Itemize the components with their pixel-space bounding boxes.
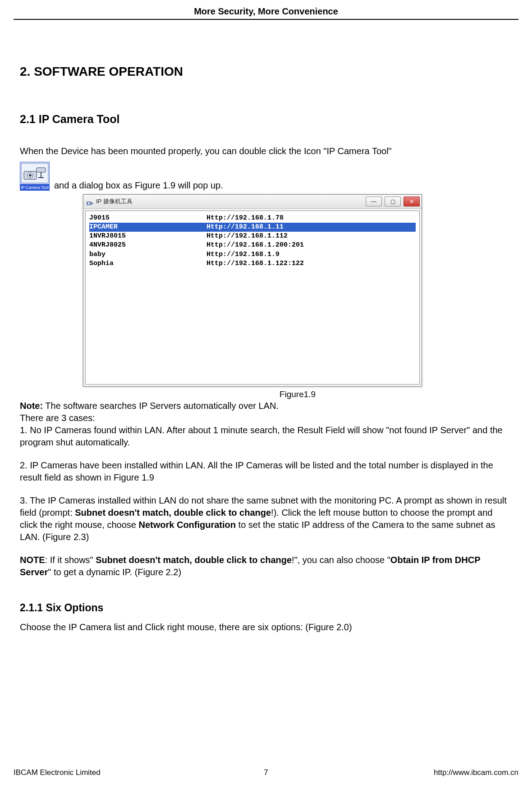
content-area: 2. SOFTWARE OPERATION 2.1 IP Camera Tool… xyxy=(20,63,512,633)
camera-url: Http://192.168.1.200:201 xyxy=(206,241,304,250)
figure-1-9: IP 摄像机工具 — ▢ ✕ J9015Http://192.168.1.78I… xyxy=(83,194,512,400)
note-line: Note: The software searches IP Servers a… xyxy=(20,400,512,412)
note2-label: NOTE xyxy=(20,555,45,565)
case-3-bold-2: Network Configuration xyxy=(138,520,236,530)
camera-name: IPCAMER xyxy=(89,223,206,232)
note2-a: : If it shows" xyxy=(45,555,96,565)
note-text: The software searches IP Servers automat… xyxy=(43,401,279,411)
camera-list-row[interactable]: babyHttp://192.168.1.9 xyxy=(89,250,416,259)
camera-name: J9015 xyxy=(89,214,206,223)
window-list[interactable]: J9015Http://192.168.1.78IPCAMERHttp://19… xyxy=(85,211,420,385)
svg-rect-9 xyxy=(91,202,93,204)
camera-name: 1NVRJ8015 xyxy=(89,232,206,241)
page-header-title: More Security, More Convenience xyxy=(0,5,532,18)
six-options-heading: 2.1.1 Six Options xyxy=(20,601,512,615)
note2-bold-1: Subnet doesn't match, double click to ch… xyxy=(96,555,292,565)
camera-list-row[interactable]: J9015Http://192.168.1.78 xyxy=(89,214,416,223)
intro-line-1: When the Device has been mounted properl… xyxy=(20,145,512,157)
window-close-button[interactable]: ✕ xyxy=(404,197,420,206)
window-title: IP 摄像机工具 xyxy=(96,197,133,206)
camera-url: Http://192.168.1.9 xyxy=(206,250,280,259)
desktop-icon-label: IP Camera Tool xyxy=(20,184,50,191)
svg-rect-4 xyxy=(37,168,46,172)
case-3-bold-1: Subnet doesn't match, double click to ch… xyxy=(75,508,271,518)
app-icon xyxy=(86,198,93,205)
svg-point-3 xyxy=(29,174,32,177)
camera-name: baby xyxy=(89,250,206,259)
camera-name: 4NVRJ8025 xyxy=(89,241,206,250)
camera-list-row[interactable]: SophiaHttp://192.168.1.122:122 xyxy=(89,259,416,268)
note2-b: !", you can also choose " xyxy=(292,555,390,565)
page-footer: IBCAM Electronic Limited 7 http://www.ib… xyxy=(14,768,518,778)
icon-and-text-row: IP Camera Tool and a dialog box as Figur… xyxy=(20,162,512,192)
six-options-text: Choose the IP Camera list and Click righ… xyxy=(20,621,512,633)
window-maximize-button[interactable]: ▢ xyxy=(385,197,401,206)
ip-camera-tool-window: IP 摄像机工具 — ▢ ✕ J9015Http://192.168.1.78I… xyxy=(83,194,422,387)
figure-caption: Figure1.9 xyxy=(83,389,512,400)
case-3: 3. The IP Cameras installed within LAN d… xyxy=(20,495,512,543)
camera-url: Http://192.168.1.11 xyxy=(206,223,284,232)
case-2: 2. IP Cameras have been installed within… xyxy=(20,459,512,484)
note2-c: " to get a dynamic IP. (Figure 2.2) xyxy=(48,567,181,577)
subsection-heading: 2.1 IP Camera Tool xyxy=(20,112,512,127)
case-1: 1. No IP Cameras found within LAN. After… xyxy=(20,424,512,449)
camera-url: Http://192.168.1.122:122 xyxy=(206,259,304,268)
footer-page-number: 7 xyxy=(14,768,518,778)
ip-camera-tool-desktop-icon: IP Camera Tool xyxy=(20,162,50,192)
window-minimize-button[interactable]: — xyxy=(366,197,382,206)
header-rule xyxy=(14,19,518,20)
note-2: NOTE: If it shows" Subnet doesn't match,… xyxy=(20,554,512,578)
camera-list-row[interactable]: 1NVRJ8015Http://192.168.1.112 xyxy=(89,232,416,241)
window-titlebar: IP 摄像机工具 — ▢ ✕ xyxy=(83,195,422,209)
camera-icon xyxy=(20,162,50,184)
camera-url: Http://192.168.1.78 xyxy=(206,214,284,223)
camera-name: Sophia xyxy=(89,259,206,268)
camera-list-row[interactable]: IPCAMERHttp://192.168.1.11 xyxy=(89,223,416,232)
svg-point-8 xyxy=(88,202,90,204)
camera-url: Http://192.168.1.112 xyxy=(206,232,288,241)
camera-list-row[interactable]: 4NVRJ8025Http://192.168.1.200:201 xyxy=(89,241,416,250)
note-label: Note: xyxy=(20,401,43,411)
intro-line-2: and a dialog box as Figure 1.9 will pop … xyxy=(54,179,223,192)
cases-intro: There are 3 cases: xyxy=(20,412,512,424)
section-heading: 2. SOFTWARE OPERATION xyxy=(20,63,512,80)
